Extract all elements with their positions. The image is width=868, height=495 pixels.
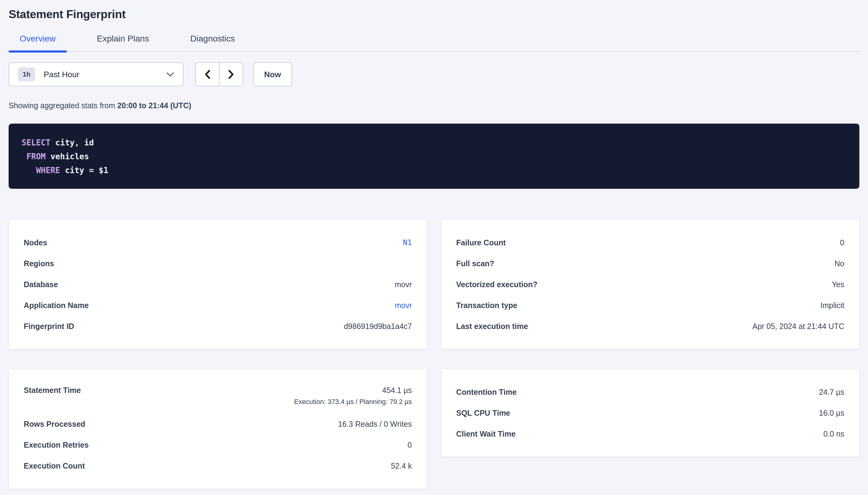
detail-row-statement-time: Statement Time 454.1 µs Execution: 373.4…: [24, 381, 412, 413]
chevron-right-icon: [228, 69, 235, 79]
stats-prefix: Showing aggregated stats from: [9, 101, 117, 110]
sql-keyword: FROM: [27, 152, 46, 161]
row-label: Rows Processed: [24, 420, 85, 429]
tab-overview[interactable]: Overview: [9, 34, 67, 51]
detail-row-rows-processed: Rows Processed 16.3 Reads / 0 Writes: [24, 413, 412, 434]
detail-row-failure-count: Failure Count 0: [456, 232, 844, 253]
row-label: Transaction type: [456, 301, 518, 310]
row-label: Fingerprint ID: [24, 322, 74, 331]
row-label: Execution Count: [24, 461, 85, 471]
execution-count-value: 52.4 k: [391, 461, 412, 471]
detail-row-contention-time: Contention Time 24.7 µs: [456, 381, 844, 403]
tab-explain-plans-label: Explain Plans: [97, 34, 149, 44]
sql-line-3: WHERE city = $1: [21, 164, 847, 177]
detail-row-full-scan: Full scan? No: [456, 253, 844, 274]
detail-row-last-execution: Last execution time Apr 05, 2024 at 21:4…: [456, 316, 844, 337]
application-name-link[interactable]: movr: [395, 301, 412, 310]
next-time-button[interactable]: [219, 63, 243, 86]
contention-time-value: 24.7 µs: [819, 388, 844, 397]
transaction-type-value: Implicit: [820, 301, 844, 310]
sql-cpu-time-value: 16.0 µs: [819, 409, 844, 417]
time-controls: 1h Past Hour: [9, 63, 859, 86]
chevron-left-icon: [204, 69, 211, 79]
statement-timing-card: Statement Time 454.1 µs Execution: 373.4…: [9, 369, 427, 489]
time-range-dropdown[interactable]: 1h Past Hour: [9, 63, 183, 86]
sql-statement-block: SELECT city, id FROM vehicles WHERE city…: [9, 124, 859, 189]
statement-fingerprint-page: Statement Fingerprint Overview Explain P…: [0, 0, 868, 489]
detail-row-application-name: Application Name movr: [24, 295, 412, 316]
active-tab-indicator: [9, 50, 67, 53]
client-wait-time-value: 0.0 ns: [823, 429, 844, 439]
row-label: SQL CPU Time: [456, 409, 510, 417]
page-title: Statement Fingerprint: [9, 8, 859, 21]
nodes-link[interactable]: N1: [403, 238, 412, 247]
database-value: movr: [395, 280, 412, 289]
stats-time-range: 20:00 to 21:44 (UTC): [117, 101, 191, 110]
row-label: Failure Count: [456, 238, 506, 247]
row-label: Execution Retries: [24, 441, 89, 449]
detail-row-database: Database movr: [24, 274, 412, 295]
row-label: Database: [24, 280, 58, 289]
tab-overview-label: Overview: [20, 34, 56, 44]
tab-explain-plans[interactable]: Explain Plans: [86, 34, 160, 51]
detail-row-fingerprint-id: Fingerprint ID d986919d9ba1a4c7: [24, 316, 412, 337]
failure-count-value: 0: [840, 238, 844, 247]
time-step-buttons: [195, 63, 243, 86]
time-range-badge: 1h: [18, 67, 35, 82]
detail-row-client-wait-time: Client Wait Time 0.0 ns: [456, 423, 844, 444]
fingerprint-id-value: d986919d9ba1a4c7: [344, 322, 412, 331]
detail-row-regions: Regions: [24, 253, 412, 274]
chevron-down-icon: [166, 72, 174, 77]
previous-time-button[interactable]: [195, 63, 219, 86]
row-label: Last execution time: [456, 322, 528, 331]
detail-row-nodes: Nodes N1: [24, 232, 412, 253]
execution-retries-value: 0: [408, 441, 412, 449]
statement-details-card: Nodes N1 Regions Database movr Applicati…: [9, 220, 427, 349]
detail-row-vectorized: Vectorized execution? Yes: [456, 274, 844, 295]
row-label: Client Wait Time: [456, 429, 515, 439]
detail-row-execution-retries: Execution Retries 0: [24, 434, 412, 455]
sql-line-1: SELECT city, id: [21, 136, 847, 150]
detail-row-sql-cpu-time: SQL CPU Time 16.0 µs: [456, 403, 844, 423]
last-execution-time-value: Apr 05, 2024 at 21:44 UTC: [752, 322, 844, 331]
row-label: Regions: [24, 259, 54, 268]
tab-diagnostics-label: Diagnostics: [190, 34, 235, 44]
detail-row-execution-count: Execution Count 52.4 k: [24, 455, 412, 476]
tab-bar: Overview Explain Plans Diagnostics: [9, 34, 859, 52]
rows-processed-value: 16.3 Reads / 0 Writes: [338, 420, 412, 429]
now-button[interactable]: Now: [253, 63, 292, 86]
sql-keyword: SELECT: [21, 138, 50, 147]
statement-time-value: 454.1 µs: [382, 386, 412, 395]
row-label: Vectorized execution?: [456, 280, 537, 289]
sql-keyword: WHERE: [36, 166, 60, 175]
aggregated-stats-summary: Showing aggregated stats from 20:00 to 2…: [9, 101, 859, 110]
resource-time-card: Contention Time 24.7 µs SQL CPU Time 16.…: [441, 369, 859, 457]
full-scan-value: No: [834, 259, 844, 268]
statement-time-breakdown: Execution: 373.4 µs / Planning: 79.2 µs: [294, 398, 412, 406]
row-label: Application Name: [24, 301, 89, 310]
row-label: Full scan?: [456, 259, 494, 268]
row-label: Nodes: [24, 238, 47, 247]
sql-line-2: FROM vehicles: [21, 150, 847, 164]
vectorized-value: Yes: [832, 280, 844, 289]
tab-diagnostics[interactable]: Diagnostics: [179, 34, 246, 51]
time-range-label: Past Hour: [44, 70, 166, 79]
execution-attributes-card: Failure Count 0 Full scan? No Vectorized…: [441, 220, 859, 349]
detail-row-transaction-type: Transaction type Implicit: [456, 295, 844, 316]
detail-cards-grid: Nodes N1 Regions Database movr Applicati…: [9, 220, 859, 489]
row-label: Statement Time: [24, 386, 81, 395]
row-label: Contention Time: [456, 388, 517, 397]
